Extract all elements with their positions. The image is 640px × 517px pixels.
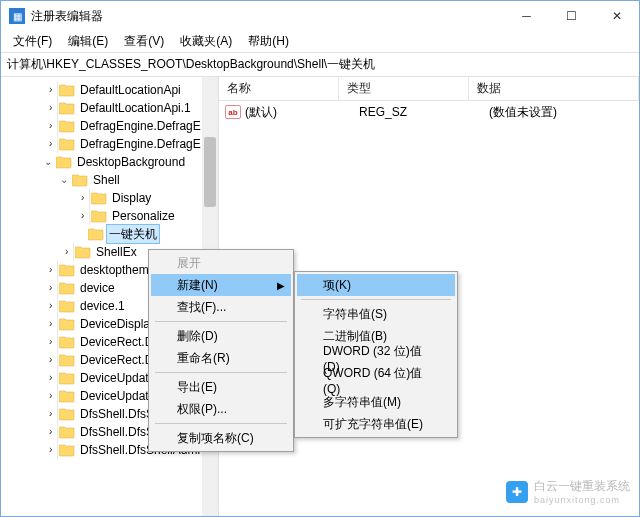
tree-node[interactable]: Display	[1, 189, 218, 207]
cm-sep	[155, 321, 287, 322]
cm-new[interactable]: 新建(N)▶	[151, 274, 291, 296]
folder-icon	[59, 281, 75, 295]
chevron-right-icon: ▶	[277, 280, 285, 291]
cm-new-multi[interactable]: 多字符串值(M)	[297, 391, 455, 413]
tree-node-label: Display	[110, 189, 153, 207]
cm-new-string[interactable]: 字符串值(S)	[297, 303, 455, 325]
folder-icon	[59, 101, 75, 115]
chevron-right-icon[interactable]	[41, 423, 58, 441]
list-header: 名称 类型 数据	[219, 77, 639, 101]
cm-copyname[interactable]: 复制项名称(C)	[151, 427, 291, 449]
chevron-right-icon[interactable]	[41, 441, 58, 459]
value-type: REG_SZ	[359, 105, 489, 119]
folder-icon	[59, 119, 75, 133]
chevron-right-icon[interactable]	[41, 315, 58, 333]
folder-icon	[59, 389, 75, 403]
menu-fav[interactable]: 收藏夹(A)	[172, 31, 240, 52]
menu-view[interactable]: 查看(V)	[116, 31, 172, 52]
cm-new-qword[interactable]: QWORD (64 位)值(Q)	[297, 369, 455, 391]
col-type[interactable]: 类型	[339, 77, 469, 100]
cm-delete[interactable]: 删除(D)	[151, 325, 291, 347]
value-data: (数值未设置)	[489, 104, 639, 121]
chevron-right-icon[interactable]	[41, 333, 58, 351]
tree-node-label: device.1	[78, 297, 127, 315]
cm-export[interactable]: 导出(E)	[151, 376, 291, 398]
tree-node[interactable]: Personalize	[1, 207, 218, 225]
context-menu-main: 展开 新建(N)▶ 查找(F)... 删除(D) 重命名(R) 导出(E) 权限…	[148, 249, 294, 452]
chevron-right-icon[interactable]	[41, 369, 58, 387]
tree-node-label: device	[78, 279, 117, 297]
tree-node[interactable]: DefaultLocationApi	[1, 81, 218, 99]
tree-node[interactable]: DefragEngine.DefragE	[1, 117, 218, 135]
chevron-right-icon[interactable]	[41, 117, 58, 135]
chevron-down-icon[interactable]	[57, 171, 71, 189]
folder-icon	[75, 245, 91, 259]
tree-node-label: Shell	[91, 171, 122, 189]
tree-node-label: DesktopBackground	[75, 153, 187, 171]
close-button[interactable]: ✕	[594, 1, 639, 31]
cm-expand: 展开	[151, 252, 291, 274]
chevron-right-icon[interactable]	[41, 81, 58, 99]
tree-node[interactable]: 一键关机	[1, 225, 218, 243]
col-data[interactable]: 数据	[469, 77, 639, 100]
tree-node[interactable]: DefaultLocationApi.1	[1, 99, 218, 117]
tree-scroll-thumb[interactable]	[204, 137, 216, 207]
chevron-right-icon[interactable]	[41, 261, 58, 279]
chevron-right-icon[interactable]	[57, 243, 74, 261]
folder-icon	[59, 425, 75, 439]
folder-icon	[59, 83, 75, 97]
address-bar	[1, 53, 639, 77]
folder-icon	[59, 407, 75, 421]
chevron-right-icon[interactable]	[41, 405, 58, 423]
chevron-right-icon[interactable]	[41, 297, 58, 315]
folder-icon	[59, 263, 75, 277]
value-row[interactable]: ab (默认) REG_SZ (数值未设置)	[219, 103, 639, 121]
chevron-down-icon[interactable]	[41, 153, 55, 171]
col-name[interactable]: 名称	[219, 77, 339, 100]
regedit-icon	[9, 8, 25, 24]
cm-rename[interactable]: 重命名(R)	[151, 347, 291, 369]
chevron-right-icon[interactable]	[73, 189, 90, 207]
maximize-button[interactable]: ☐	[549, 1, 594, 31]
tree-node[interactable]: Shell	[1, 171, 218, 189]
cm-sep	[301, 299, 451, 300]
menu-help[interactable]: 帮助(H)	[240, 31, 297, 52]
chevron-right-icon[interactable]	[41, 279, 58, 297]
folder-icon	[59, 443, 75, 457]
menu-edit[interactable]: 编辑(E)	[60, 31, 116, 52]
tree-node[interactable]: DesktopBackground	[1, 153, 218, 171]
value-name: (默认)	[245, 104, 359, 121]
tree-node[interactable]: DefragEngine.DefragE	[1, 135, 218, 153]
tree-node-label: 一键关机	[107, 225, 159, 243]
tree-node-label: DefaultLocationApi	[78, 81, 183, 99]
tree-node-label: DefragEngine.DefragE	[78, 117, 203, 135]
folder-icon	[56, 155, 72, 169]
window-title: 注册表编辑器	[31, 8, 504, 25]
minimize-button[interactable]: ─	[504, 1, 549, 31]
folder-icon	[59, 353, 75, 367]
address-input[interactable]	[7, 58, 633, 72]
chevron-right-icon[interactable]	[41, 135, 58, 153]
cm-find[interactable]: 查找(F)...	[151, 296, 291, 318]
chevron-right-icon[interactable]	[41, 351, 58, 369]
cm-new-key[interactable]: 项(K)	[297, 274, 455, 296]
chevron-right-icon[interactable]	[73, 207, 90, 225]
tree-node-label: DeviceRect.D	[78, 351, 155, 369]
context-menu-new: 项(K) 字符串值(S) 二进制值(B) DWORD (32 位)值(D) QW…	[294, 271, 458, 438]
cm-perm[interactable]: 权限(P)...	[151, 398, 291, 420]
watermark-sub: baiyunxitong.com	[534, 495, 630, 505]
menubar: 文件(F) 编辑(E) 查看(V) 收藏夹(A) 帮助(H)	[1, 31, 639, 53]
tree-node-label: DfsShell.DfsS	[78, 405, 156, 423]
folder-icon	[72, 173, 88, 187]
menu-file[interactable]: 文件(F)	[5, 31, 60, 52]
chevron-right-icon[interactable]	[41, 99, 58, 117]
chevron-right-icon[interactable]	[41, 387, 58, 405]
tree-node-label: DeviceRect.D	[78, 333, 155, 351]
folder-icon	[88, 227, 104, 241]
tree-node-label: DeviceUpdat	[78, 387, 151, 405]
titlebar: 注册表编辑器 ─ ☐ ✕	[1, 1, 639, 31]
cm-new-expand[interactable]: 可扩充字符串值(E)	[297, 413, 455, 435]
folder-icon	[59, 317, 75, 331]
tree-node-label: DefaultLocationApi.1	[78, 99, 193, 117]
tree-node-label: Personalize	[110, 207, 177, 225]
